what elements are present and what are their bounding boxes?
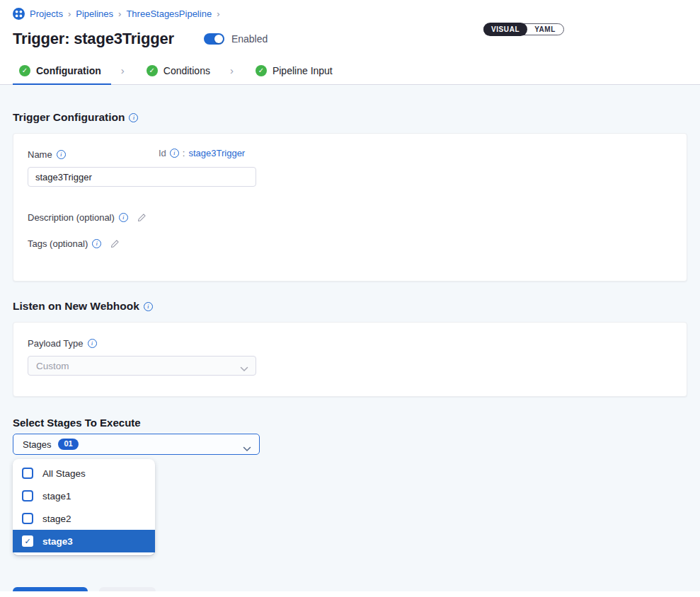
breadcrumb-pipeline-name[interactable]: ThreeStagesPipeline	[126, 8, 212, 19]
stages-multiselect[interactable]: Stages 01	[13, 434, 260, 455]
tab-configuration[interactable]: ✓ Configuration	[13, 57, 111, 85]
continue-button[interactable]: Continue ›	[13, 587, 88, 591]
checkbox-checked[interactable]: ✓	[22, 535, 33, 547]
label-text: Payload Type	[28, 338, 84, 349]
page-title: Trigger: stage3Trigger	[13, 30, 174, 48]
breadcrumb-separator-icon: ›	[113, 8, 126, 19]
checkbox-unchecked[interactable]	[22, 468, 33, 479]
stages-dropdown-menu: All Stages stage1 stage2 ✓ stage3	[13, 459, 155, 555]
tab-pipeline-input[interactable]: ✓ Pipeline Input	[249, 57, 343, 85]
webhook-heading: Listen on New Webhook i	[13, 300, 687, 313]
yaml-mode-button[interactable]: YAML	[527, 23, 563, 35]
info-icon[interactable]: i	[144, 302, 153, 311]
visual-mode-button[interactable]: VISUAL	[483, 23, 527, 36]
main-content: Trigger Configuration i Name i Id i :	[0, 85, 700, 591]
info-icon[interactable]: i	[92, 239, 101, 248]
harness-logo-icon[interactable]	[13, 8, 25, 20]
id-line: Id i : stage3Trigger	[159, 148, 245, 158]
webhook-card: Payload Type i Custom	[13, 322, 687, 397]
description-label: Description (optional) i	[28, 212, 128, 223]
info-icon[interactable]: i	[170, 149, 179, 158]
heading-text: Listen on New Webhook	[13, 300, 139, 313]
cancel-button[interactable]: Cancel	[99, 587, 156, 591]
pencil-icon	[110, 239, 120, 249]
edit-description-button[interactable]	[137, 213, 147, 223]
trigger-configuration-heading: Trigger Configuration i	[13, 85, 687, 124]
name-input[interactable]	[28, 167, 256, 187]
tab-label: Conditions	[163, 65, 210, 76]
name-id-row: Name i Id i : stage3Trigger	[28, 148, 672, 161]
checkbox-unchecked[interactable]	[22, 513, 33, 524]
tags-label: Tags (optional) i	[28, 238, 101, 249]
footer-actions: Continue › Cancel	[13, 587, 687, 591]
pencil-icon	[137, 213, 147, 223]
id-separator: :	[183, 148, 185, 158]
id-value[interactable]: stage3Trigger	[188, 148, 245, 158]
tab-conditions[interactable]: ✓ Conditions	[140, 57, 220, 85]
info-icon[interactable]: i	[57, 150, 66, 159]
option-label: stage3	[42, 536, 73, 547]
enabled-label: Enabled	[231, 33, 268, 45]
stage-selection-heading: Select Stages To Execute	[13, 417, 687, 429]
edit-tags-button[interactable]	[110, 239, 120, 249]
page-header: Projects › Pipelines › ThreeStagesPipeli…	[0, 0, 700, 50]
tab-label: Pipeline Input	[272, 65, 333, 76]
check-circle-icon: ✓	[147, 65, 158, 76]
breadcrumb-projects[interactable]: Projects	[30, 8, 63, 19]
stage-option-all-stages[interactable]: All Stages	[13, 462, 155, 485]
id-label: Id	[159, 148, 166, 158]
stage-option-stage3[interactable]: ✓ stage3	[13, 530, 155, 552]
toggle-knob	[214, 35, 223, 43]
name-label: Name i	[28, 149, 66, 160]
stage-option-stage2[interactable]: stage2	[13, 507, 155, 530]
breadcrumb: Projects › Pipelines › ThreeStagesPipeli…	[13, 7, 687, 20]
view-mode-toggle: VISUAL YAML	[483, 23, 564, 35]
info-icon[interactable]: i	[88, 339, 97, 348]
option-label: All Stages	[42, 468, 86, 479]
tab-label: Configuration	[36, 65, 101, 76]
breadcrumb-separator-icon: ›	[212, 8, 224, 19]
info-icon[interactable]: i	[129, 113, 138, 122]
chevron-right-icon: ›	[111, 64, 140, 76]
wizard-tabs: ✓ Configuration › ✓ Conditions › ✓ Pipel…	[0, 57, 700, 85]
payload-type-label: Payload Type i	[28, 338, 97, 349]
option-label: stage2	[42, 514, 71, 524]
payload-type-value: Custom	[36, 361, 69, 371]
label-text: Tags (optional)	[28, 238, 88, 249]
label-text: Description (optional)	[28, 212, 115, 223]
trigger-setup-page: Projects › Pipelines › ThreeStagesPipeli…	[0, 0, 700, 597]
heading-text: Trigger Configuration	[13, 111, 125, 124]
enabled-toggle[interactable]	[204, 33, 224, 45]
option-label: stage1	[42, 491, 71, 502]
breadcrumb-separator-icon: ›	[63, 8, 76, 19]
stages-select-label: Stages	[23, 439, 51, 450]
check-circle-icon: ✓	[256, 65, 267, 76]
chevron-down-icon	[243, 442, 251, 455]
trigger-configuration-card: Name i Id i : stage3Trigger Description	[13, 133, 687, 282]
breadcrumb-pipelines[interactable]: Pipelines	[76, 8, 113, 19]
chevron-down-icon	[240, 364, 248, 374]
payload-type-select[interactable]: Custom	[28, 356, 256, 376]
stage-option-stage1[interactable]: stage1	[13, 485, 155, 507]
checkbox-unchecked[interactable]	[22, 490, 33, 502]
title-row: Trigger: stage3Trigger Enabled	[13, 28, 687, 50]
info-icon[interactable]: i	[119, 213, 128, 222]
selected-count-badge: 01	[58, 439, 78, 450]
label-text: Name	[28, 149, 52, 160]
chevron-right-icon: ›	[220, 64, 249, 76]
tags-row: Tags (optional) i	[28, 238, 672, 249]
description-row: Description (optional) i	[28, 212, 672, 223]
check-circle-icon: ✓	[19, 65, 30, 76]
